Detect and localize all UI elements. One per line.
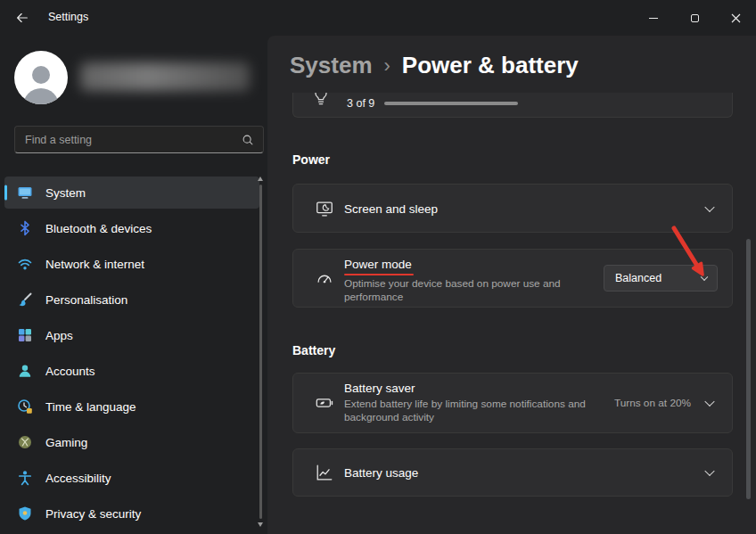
minimize-button[interactable] — [633, 0, 674, 36]
sidebar-item-accessibility[interactable]: Accessibility — [4, 462, 259, 494]
titlebar: Settings — [0, 0, 756, 36]
card-title: Power mode — [344, 258, 412, 271]
energy-recommendations-card[interactable]: 3 of 9 — [292, 93, 733, 118]
accounts-person-icon — [17, 363, 33, 379]
sidebar-item-network-internet[interactable]: Network & internet — [4, 248, 259, 280]
accessibility-person-icon — [17, 470, 33, 486]
sidebar-item-system[interactable]: System — [4, 177, 259, 209]
sidebar-item-label: Apps — [45, 329, 73, 342]
clock-icon — [17, 398, 33, 415]
sidebar-item-privacy-security[interactable]: Privacy & security — [4, 497, 259, 530]
card-description: Optimise your device based on power use … — [344, 277, 603, 304]
user-name-redacted — [80, 62, 250, 91]
recommendation-progress-bar — [384, 102, 518, 105]
chevron-down-icon — [704, 466, 714, 476]
sidebar-scroll-thumb[interactable] — [259, 185, 262, 519]
sidebar-item-label: Privacy & security — [45, 507, 141, 521]
person-icon — [18, 60, 64, 104]
chevron-down-icon — [704, 397, 714, 407]
back-button[interactable] — [7, 5, 37, 30]
sidebar-item-label: System — [45, 186, 86, 200]
sidebar-item-label: Accounts — [45, 365, 95, 378]
brush-icon — [17, 292, 33, 308]
sidebar-item-time-language[interactable]: Time & language — [4, 390, 259, 423]
battery-section-title: Battery — [292, 343, 335, 357]
card-title: Battery saver — [344, 382, 415, 395]
battery-saver-status: Turns on at 20% — [614, 397, 691, 409]
annotation-underline — [344, 274, 414, 275]
back-arrow-icon — [15, 11, 29, 25]
close-icon — [731, 13, 741, 23]
power-mode-dropdown[interactable]: Balanced — [604, 265, 718, 292]
xbox-icon — [17, 434, 33, 450]
apps-grid-icon — [17, 327, 33, 343]
main-content: System › Power & battery 3 of 9 Power Sc… — [267, 36, 756, 534]
system-icon — [17, 185, 33, 201]
selected-indicator — [4, 185, 7, 201]
screen-sleep-icon — [315, 199, 334, 218]
card-title: Battery usage — [344, 466, 418, 480]
sidebar-item-personalisation[interactable]: Personalisation — [4, 283, 259, 316]
dropdown-selected-value: Balanced — [615, 272, 662, 284]
maximize-icon — [691, 14, 699, 22]
wifi-icon — [17, 256, 33, 272]
battery-usage-chart-icon — [315, 463, 334, 482]
search-box — [14, 126, 264, 153]
card-description: Extend battery life by limiting some not… — [344, 398, 622, 424]
card-title: Screen and sleep — [344, 201, 438, 215]
breadcrumb-parent[interactable]: System — [290, 52, 373, 79]
power-mode-gauge-icon — [315, 268, 334, 288]
chevron-down-icon — [704, 201, 714, 211]
scroll-up-icon[interactable] — [258, 177, 263, 181]
sidebar-item-label: Bluetooth & devices — [45, 222, 152, 235]
window-controls — [633, 0, 756, 36]
sidebar-nav: System Bluetooth & devices Network & int… — [4, 177, 259, 533]
battery-usage-card[interactable]: Battery usage — [292, 448, 733, 497]
bluetooth-icon — [17, 220, 33, 236]
breadcrumb-separator-icon: › — [373, 54, 402, 78]
power-section-title: Power — [292, 152, 330, 167]
recommendation-icon — [312, 93, 330, 110]
maximize-button[interactable] — [674, 0, 715, 36]
recommendation-progress-label: 3 of 9 — [347, 97, 374, 110]
sidebar-item-label: Time & language — [45, 400, 136, 414]
minimize-icon — [649, 18, 658, 19]
sidebar-item-label: Personalisation — [45, 293, 127, 307]
battery-saver-card[interactable]: Battery saver Extend battery life by lim… — [292, 373, 733, 433]
sidebar-scrollbar[interactable] — [257, 177, 264, 527]
app-title: Settings — [48, 11, 88, 23]
main-scrollbar-thumb[interactable] — [746, 239, 751, 499]
sidebar-item-accounts[interactable]: Accounts — [4, 355, 259, 387]
sidebar-item-label: Network & internet — [45, 258, 144, 271]
sidebar-item-gaming[interactable]: Gaming — [4, 426, 259, 458]
breadcrumb: System › Power & battery — [290, 52, 579, 79]
battery-saver-icon — [315, 393, 334, 413]
shield-icon — [17, 505, 33, 522]
search-input[interactable] — [15, 127, 242, 152]
chevron-down-icon — [701, 274, 708, 281]
sidebar-item-label: Gaming — [45, 436, 87, 449]
avatar[interactable] — [14, 51, 68, 104]
sidebar: System Bluetooth & devices Network & int… — [0, 36, 267, 534]
sidebar-item-apps[interactable]: Apps — [4, 319, 259, 351]
screen-and-sleep-card[interactable]: Screen and sleep — [292, 184, 733, 233]
search-icon[interactable] — [242, 134, 254, 146]
sidebar-item-label: Accessibility — [45, 472, 111, 485]
close-button[interactable] — [715, 0, 756, 36]
power-mode-card[interactable]: Power mode Optimise your device based on… — [292, 249, 733, 308]
sidebar-item-bluetooth-devices[interactable]: Bluetooth & devices — [4, 212, 259, 244]
scroll-down-icon[interactable] — [258, 522, 263, 527]
page-title: Power & battery — [402, 52, 579, 79]
